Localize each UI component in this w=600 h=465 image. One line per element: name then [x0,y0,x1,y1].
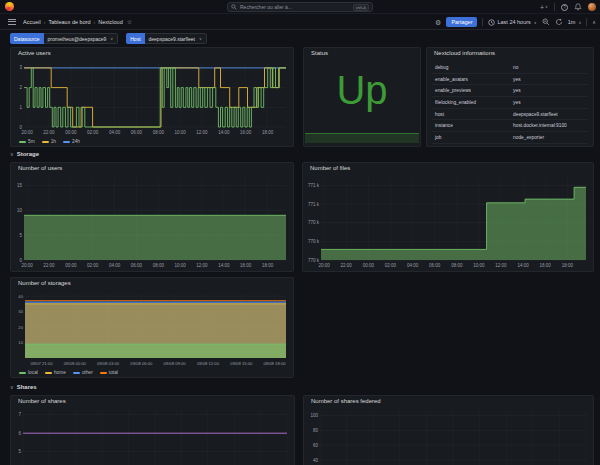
svg-text:00:00: 00:00 [65,130,77,135]
svg-text:14:00: 14:00 [518,263,530,268]
svg-text:18:00: 18:00 [262,263,274,268]
svg-text:02:00: 02:00 [385,263,397,268]
panel-nextcloud-informations: Nextcloud informations debugno enable_av… [426,47,594,147]
favorite-star-icon[interactable]: ☆ [127,18,132,25]
legend-item[interactable]: home [45,370,66,375]
svg-text:22:00: 22:00 [43,263,55,268]
svg-text:20: 20 [18,325,23,330]
svg-text:04:00: 04:00 [109,130,121,135]
panel-title[interactable]: Number of users [18,165,62,171]
svg-text:40: 40 [313,458,319,463]
svg-text:09/08 12:00: 09/08 12:00 [197,361,220,366]
panel-title[interactable]: Nextcloud informations [434,50,495,56]
legend-item[interactable]: 5m [19,139,35,144]
section-shares[interactable]: ∨ Shares [10,384,37,390]
svg-text:60: 60 [313,443,319,448]
legend-item[interactable]: other [73,370,93,375]
svg-text:40: 40 [18,294,23,299]
panel-title[interactable]: Number of storages [18,280,71,286]
chevron-down-icon: ∨ [10,151,14,157]
grafana-logo-icon[interactable] [5,2,14,11]
panel-title[interactable]: Number of shares [18,398,66,404]
number-of-shares-federed-chart[interactable]: 20406080100 [307,409,590,465]
svg-text:16:00: 16:00 [540,263,552,268]
chevron-down-icon: ∨ [578,20,581,25]
svg-text:09/07 21:00: 09/07 21:00 [30,361,53,366]
panel-number-of-files: Number of files 770 k770 k770 k771 k771 … [302,162,594,272]
svg-text:00:00: 00:00 [363,263,375,268]
refresh-interval-dropdown[interactable]: 1m ∨ [568,19,582,25]
collapse-toolbar-icon[interactable]: ∧ [592,20,596,25]
breadcrumb-current: Nextcloud [98,19,122,25]
svg-text:16:00: 16:00 [240,130,252,135]
active-users-legend: 5m 1h 24h [19,139,80,144]
svg-text:06:00: 06:00 [429,263,441,268]
panel-title[interactable]: Status [311,50,328,56]
panel-title[interactable]: Number of files [310,165,350,171]
svg-text:7: 7 [18,412,21,417]
number-of-shares-chart[interactable]: 4567 [14,409,291,465]
svg-text:14:00: 14:00 [218,263,230,268]
breadcrumb-dashboards[interactable]: Tableaux de bord [48,19,90,25]
svg-text:08:00: 08:00 [153,130,165,135]
search-input[interactable]: Rechercher ou aller à... ctrl+k [227,2,373,12]
breadcrumb-home[interactable]: Accueil [23,19,41,25]
svg-text:02:00: 02:00 [87,130,99,135]
svg-text:09/08 09:00: 09/08 09:00 [163,361,186,366]
table-row: hostdeepspace9.starfleet [432,109,588,121]
svg-text:22:00: 22:00 [43,130,55,135]
host-label: Host [126,33,144,44]
bell-icon[interactable] [574,3,582,11]
panel-title[interactable]: Active users [18,50,51,56]
svg-text:12:00: 12:00 [495,263,507,268]
svg-text:20:00: 20:00 [319,263,331,268]
search-placeholder: Rechercher ou aller à... [240,4,350,10]
zoom-out-icon[interactable] [542,18,550,26]
legend-item[interactable]: total [100,370,118,375]
refresh-icon[interactable] [555,18,563,26]
datasource-select[interactable]: prometheus@deepspace9∨ [44,33,119,44]
dashboard-variables: Datasource prometheus@deepspace9∨ Host d… [10,33,207,44]
time-range-picker[interactable]: Last 24 hours ∨ [488,19,536,26]
svg-text:6: 6 [18,431,21,436]
svg-text:18:00: 18:00 [562,263,574,268]
svg-text:09/08 06:00: 09/08 06:00 [130,361,153,366]
svg-text:08:00: 08:00 [451,263,463,268]
svg-text:12:00: 12:00 [196,263,208,268]
svg-text:12:00: 12:00 [196,130,208,135]
svg-text:10:00: 10:00 [473,263,485,268]
info-table: debugno enable_avatarsyes enable_preview… [432,62,588,144]
legend-item[interactable]: 24h [63,139,80,144]
menu-icon[interactable] [8,19,16,25]
svg-text:771 k: 771 k [308,183,320,188]
number-of-users-chart[interactable]: 05101520:0022:0000:0002:0004:0006:0008:0… [14,176,290,268]
panel-title[interactable]: Number of shares federed [311,398,381,404]
svg-text:10:00: 10:00 [175,130,187,135]
storages-legend: local home other total [19,370,118,375]
panel-status: Status Up [303,47,421,147]
datasource-variable: Datasource prometheus@deepspace9∨ [10,33,118,44]
help-icon[interactable]: ? [561,4,568,11]
host-select[interactable]: deepspace9.starfleet∨ [145,33,207,44]
clock-icon [488,19,495,26]
breadcrumb-separator: › [44,19,46,25]
time-range-label: Last 24 hours [497,19,530,25]
active-users-chart[interactable]: 012320:0022:0000:0002:0004:0006:0008:001… [14,61,290,135]
number-of-files-chart[interactable]: 770 k770 k770 k771 k771 k20:0022:0000:00… [306,176,590,268]
section-storage[interactable]: ∨ Storage [10,151,39,157]
legend-item[interactable]: 1h [42,139,56,144]
svg-text:770 k: 770 k [308,220,320,225]
svg-text:20:00: 20:00 [22,263,34,268]
svg-text:20:00: 20:00 [22,130,34,135]
chevron-down-icon: ∨ [110,36,113,41]
share-button[interactable]: Partager [446,17,477,27]
add-button[interactable]: +∨ [540,4,548,11]
legend-item[interactable]: local [19,370,38,375]
dashboard-settings-gear-icon[interactable]: ⚙ [435,19,441,26]
svg-text:00:00: 00:00 [65,263,77,268]
divider [586,18,587,26]
svg-text:10: 10 [18,340,23,345]
user-avatar[interactable] [588,3,596,11]
number-of-storages-chart[interactable]: 1020304009/07 21:0009/08 00:0009/08 03:0… [14,291,290,366]
table-row: enable_avatarsyes [432,74,588,86]
